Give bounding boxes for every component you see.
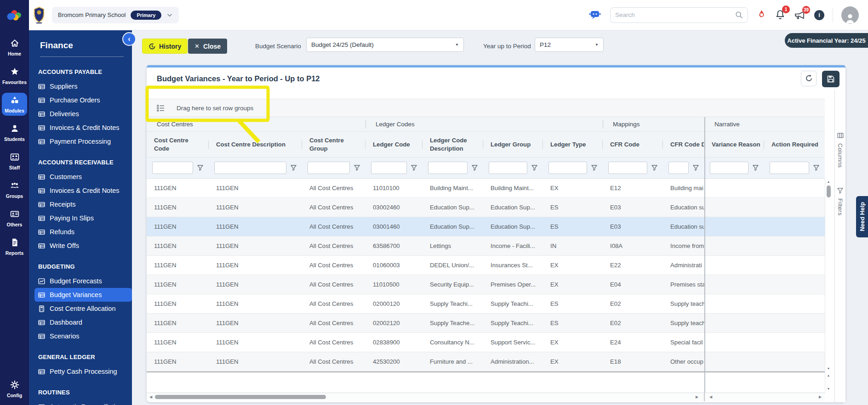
sidebar-collapse-button[interactable]: ‹ — [122, 32, 136, 46]
search-input[interactable] — [615, 11, 735, 18]
table-row[interactable]: 111GEN111GENAll Cost Centres63586700Lett… — [147, 236, 825, 256]
column-header-variance-reason[interactable]: Variance Reason — [704, 132, 764, 157]
sidebar-item-suppliers[interactable]: Suppliers — [29, 79, 132, 93]
table-row[interactable]: 111GEN111GENAll Cost Centres11010500Secu… — [147, 275, 825, 294]
period-select[interactable]: P12 ▼ — [535, 38, 604, 52]
horizontal-scrollbar-thumb[interactable] — [155, 395, 326, 399]
sidebar-item-dashboard[interactable]: Dashboard — [29, 315, 132, 329]
user-avatar[interactable] — [841, 6, 859, 24]
filter-icon[interactable] — [291, 165, 297, 171]
info-icon[interactable]: i — [814, 10, 824, 20]
filter-icon[interactable] — [693, 165, 699, 171]
scroll-left-icon[interactable]: ◀ — [148, 393, 154, 401]
side-tab-columns[interactable]: Columns — [837, 132, 844, 168]
sidebar-item-paying-in-slips[interactable]: Paying In Slips — [29, 211, 132, 225]
megaphone-icon[interactable]: 39 — [794, 10, 806, 21]
table-row[interactable]: 111GEN111GENAll Cost Centres01060003DEDE… — [147, 256, 825, 275]
filter-icon[interactable] — [197, 165, 203, 171]
rail-item-others[interactable]: Others — [2, 207, 27, 230]
table-row[interactable]: 111GEN111GENAll Cost Centres03002460Educ… — [147, 198, 825, 217]
filter-icon[interactable] — [591, 165, 597, 171]
rail-item-reports[interactable]: Reports — [2, 235, 27, 258]
column-header-ledger-code-description[interactable]: Ledger Code Description — [423, 132, 483, 157]
filter-input-cost-centre-group[interactable] — [308, 162, 350, 174]
assistant-bot-icon[interactable] — [588, 9, 602, 21]
column-header-action-required[interactable]: Action Required — [764, 132, 825, 157]
filter-input-ledger-code-description[interactable] — [428, 162, 468, 174]
search-box[interactable] — [610, 7, 748, 23]
search-icon[interactable] — [735, 11, 743, 19]
rail-item-modules[interactable]: Modules — [2, 93, 27, 116]
rail-item-config[interactable]: Config — [2, 377, 27, 400]
sidebar-item-purchase-orders[interactable]: Purchase Orders — [29, 93, 132, 107]
row-group-drop-zone[interactable]: Drag here to set row groups — [147, 99, 825, 117]
column-header-ledger-group[interactable]: Ledger Group — [483, 132, 543, 157]
sidebar-item-budget-forecasts[interactable]: Budget Forecasts — [29, 274, 132, 288]
scroll-up-icon[interactable]: ▲ — [827, 180, 830, 183]
filter-icon[interactable] — [813, 165, 819, 171]
filter-input-ledger-group[interactable] — [489, 162, 527, 174]
refresh-button[interactable] — [801, 71, 817, 86]
column-header-cost-centre-description[interactable]: Cost Centre Description — [209, 132, 302, 157]
sidebar-item-receipts[interactable]: Receipts — [29, 197, 132, 211]
budget-scenario-select[interactable]: Budget 24/25 (Default) ▼ — [306, 38, 464, 52]
sidebar-item-deliveries[interactable]: Deliveries — [29, 107, 132, 121]
rail-item-favourites[interactable]: Favourites — [2, 64, 27, 87]
sidebar-item-scenarios[interactable]: Scenarios — [29, 329, 132, 343]
sidebar-item-cost-centre-allocation[interactable]: Cost Centre Allocation — [29, 302, 132, 315]
rail-item-home[interactable]: Home — [2, 36, 27, 59]
sidebar-item-budget-variances[interactable]: Budget Variances — [34, 288, 132, 302]
pinned-scroll-left-icon[interactable]: ◀ — [708, 393, 714, 401]
table-row[interactable]: 111GEN111GENAll Cost Centres11010100Buil… — [147, 179, 825, 198]
table-row[interactable]: 111GEN111GENAll Cost Centres02000120Supp… — [147, 294, 825, 314]
pinned-bottom-scrollbar[interactable]: ▲ ▼ — [825, 371, 832, 393]
rail-item-students[interactable]: Students — [2, 121, 27, 144]
filter-input-cost-centre-description[interactable] — [214, 162, 286, 174]
sidebar-item-petty-cash-processing[interactable]: Petty Cash Processing — [29, 365, 132, 378]
sidebar-item-payment-processing[interactable]: Payment Processing — [29, 135, 132, 148]
filter-icon[interactable] — [531, 165, 537, 171]
filter-input-action-required[interactable] — [770, 162, 809, 174]
need-help-button[interactable]: Need Help — [856, 196, 868, 237]
filter-icon[interactable] — [472, 165, 478, 171]
sidebar-item-invoices-credit-notes[interactable]: Invoices & Credit Notes — [29, 184, 132, 197]
scroll-down-icon[interactable]: ▼ — [827, 387, 830, 390]
scroll-right-icon[interactable]: ▶ — [694, 393, 700, 401]
table-row[interactable]: 111GEN111GENAll Cost Centres42530200Furn… — [147, 352, 825, 371]
filter-input-cost-centre-code[interactable] — [152, 162, 193, 174]
filter-input-variance-reason[interactable] — [710, 162, 748, 174]
filter-input-ledger-code[interactable] — [371, 162, 407, 174]
filter-icon[interactable] — [651, 165, 657, 171]
filter-icon[interactable] — [411, 165, 417, 171]
filter-input-cfr-code-de[interactable] — [668, 162, 689, 174]
filter-input-ledger-type[interactable] — [548, 162, 587, 174]
table-row[interactable]: 111GEN111GENAll Cost Centres03001460Educ… — [147, 217, 825, 236]
bell-icon[interactable]: 1 — [775, 9, 786, 21]
horizontal-scrollbar[interactable]: ◀ ▶ ◀ ▶ — [147, 393, 825, 401]
vertical-scrollbar[interactable]: ▲ ▼ — [825, 179, 832, 371]
scroll-up-icon[interactable]: ▲ — [827, 374, 830, 377]
table-row[interactable]: 111GEN111GENAll Cost Centres02002120Supp… — [147, 314, 825, 333]
close-button[interactable]: ✕ Close — [188, 39, 227, 54]
filter-icon[interactable] — [354, 165, 360, 171]
sidebar-item-invoices-credit-notes[interactable]: Invoices & Credit Notes — [29, 121, 132, 135]
school-selector[interactable]: Bromcom Primary School Primary — [52, 7, 179, 23]
bromcom-cloud-logo[interactable] — [0, 0, 29, 30]
history-button[interactable]: History — [142, 39, 188, 54]
scroll-down-icon[interactable]: ▼ — [827, 367, 830, 370]
rail-item-groups[interactable]: Groups — [2, 178, 27, 201]
vertical-scrollbar-thumb[interactable] — [827, 186, 831, 197]
save-button[interactable] — [822, 71, 839, 87]
sidebar-item-customers[interactable]: Customers — [29, 170, 132, 184]
table-row[interactable]: 111GEN111GENAll Cost Centres02838900Cons… — [147, 333, 825, 352]
column-header-cost-centre-group[interactable]: Cost Centre Group — [302, 132, 365, 157]
column-header-cfr-code[interactable]: CFR Code — [603, 132, 663, 157]
column-header-cost-centre-code[interactable]: Cost Centre Code — [147, 132, 209, 157]
filter-input-cfr-code[interactable] — [608, 162, 647, 174]
sidebar-item-automatic-reconciliation[interactable]: Automatic Reconciliation — [29, 400, 132, 405]
column-header-cfr-code-de[interactable]: CFR Code De — [663, 132, 704, 157]
filter-icon[interactable] — [753, 165, 759, 171]
flame-icon[interactable] — [756, 10, 766, 21]
pinned-scroll-right-icon[interactable]: ▶ — [817, 393, 823, 401]
rail-item-staff[interactable]: Staff — [2, 150, 27, 173]
